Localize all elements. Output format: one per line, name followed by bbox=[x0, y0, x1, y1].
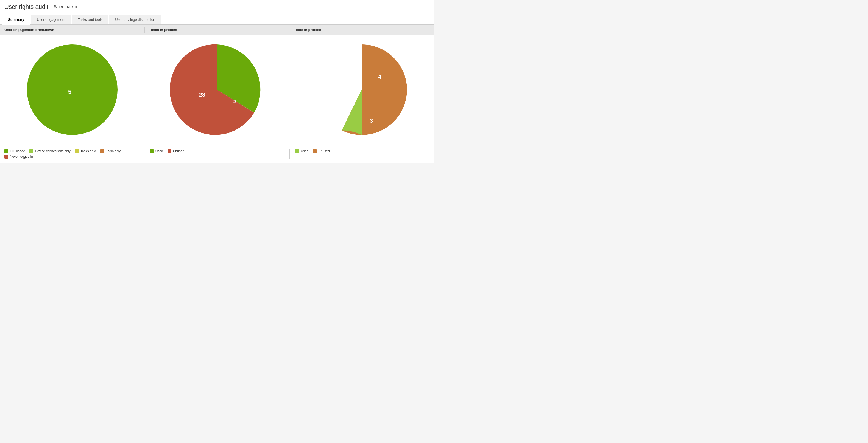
legend-device-connections: Device connections only bbox=[29, 149, 70, 153]
tasks-used-label: 3 bbox=[234, 99, 237, 104]
legend-login-only: Login only bbox=[100, 149, 121, 153]
legend-tasks-unused: Unused bbox=[167, 149, 184, 153]
tools-legend: Used Unused bbox=[295, 149, 430, 153]
section-headers: User engagement breakdown Tasks in profi… bbox=[0, 25, 434, 35]
device-connections-label: Device connections only bbox=[35, 149, 70, 153]
tab-summary[interactable]: Summary bbox=[2, 14, 30, 25]
tasks-legend: Used Unused bbox=[150, 149, 284, 153]
engagement-legend: Full usage Device connections only Tasks… bbox=[4, 149, 139, 159]
tasks-chart-section: 28 3 bbox=[145, 43, 289, 136]
legend-tasks-used: Used bbox=[150, 149, 163, 153]
never-logged-in-label: Never logged in bbox=[10, 155, 33, 159]
refresh-icon: ↻ bbox=[54, 4, 58, 10]
tools-used-swatch bbox=[295, 149, 299, 153]
tab-bar: Summary User engagement Tasks and tools … bbox=[0, 13, 434, 25]
engagement-chart-section: 5 bbox=[0, 43, 145, 136]
tools-unused-label-text: Unused bbox=[318, 149, 330, 153]
svg-point-0 bbox=[27, 44, 118, 135]
refresh-button[interactable]: ↻ REFRESH bbox=[54, 4, 77, 10]
section-header-tasks: Tasks in profiles bbox=[145, 27, 289, 33]
legend-never-logged-in: Never logged in bbox=[4, 155, 33, 159]
tasks-used-label: Used bbox=[155, 149, 163, 153]
tools-chart-section: 4 3 bbox=[289, 43, 434, 136]
tasks-legend-row: Used Unused bbox=[150, 149, 284, 153]
legends-area: Full usage Device connections only Tasks… bbox=[0, 144, 434, 163]
tasks-unused-swatch bbox=[167, 149, 172, 153]
legend-tasks-only: Tasks only bbox=[75, 149, 96, 153]
tools-unused-label: 4 bbox=[378, 74, 381, 80]
app-container: User rights audit ↻ REFRESH Summary User… bbox=[0, 0, 434, 163]
page-title: User rights audit bbox=[4, 3, 48, 10]
legend-full-usage: Full usage bbox=[4, 149, 25, 153]
device-connections-swatch bbox=[29, 149, 33, 153]
tasks-only-label: Tasks only bbox=[81, 149, 96, 153]
tools-unused-swatch bbox=[313, 149, 317, 153]
charts-area: 5 28 3 bbox=[0, 35, 434, 144]
login-only-label: Login only bbox=[106, 149, 121, 153]
section-header-engagement: User engagement breakdown bbox=[0, 27, 145, 33]
legend-tools-unused: Unused bbox=[313, 149, 330, 153]
legend-tools-used: Used bbox=[295, 149, 308, 153]
engagement-legend-row2: Never logged in bbox=[4, 155, 139, 159]
tab-user-engagement[interactable]: User engagement bbox=[31, 14, 71, 25]
engagement-pie: 5 bbox=[26, 43, 119, 136]
full-usage-label: Full usage bbox=[10, 149, 25, 153]
tasks-pie: 28 3 bbox=[170, 43, 264, 136]
tab-privilege-distribution[interactable]: User privilege distribution bbox=[109, 14, 161, 25]
never-logged-in-swatch bbox=[4, 155, 8, 159]
tasks-unused-label-text: Unused bbox=[173, 149, 184, 153]
refresh-label: REFRESH bbox=[59, 5, 78, 9]
legend-divider-1 bbox=[144, 149, 145, 159]
tools-used-label: 3 bbox=[370, 118, 373, 124]
login-only-swatch bbox=[100, 149, 104, 153]
tools-pie: 4 3 bbox=[315, 43, 408, 136]
header: User rights audit ↻ REFRESH bbox=[0, 0, 434, 13]
tasks-unused-label: 28 bbox=[199, 92, 205, 98]
full-usage-swatch bbox=[4, 149, 8, 153]
engagement-legend-row1: Full usage Device connections only Tasks… bbox=[4, 149, 139, 153]
tasks-used-swatch bbox=[150, 149, 154, 153]
section-header-tools: Tools in profiles bbox=[289, 27, 434, 33]
tools-used-label: Used bbox=[301, 149, 308, 153]
tab-tasks-and-tools[interactable]: Tasks and tools bbox=[72, 14, 108, 25]
tools-legend-row: Used Unused bbox=[295, 149, 430, 153]
engagement-label: 5 bbox=[68, 88, 71, 95]
legend-divider-2 bbox=[289, 149, 290, 159]
tasks-only-swatch bbox=[75, 149, 79, 153]
